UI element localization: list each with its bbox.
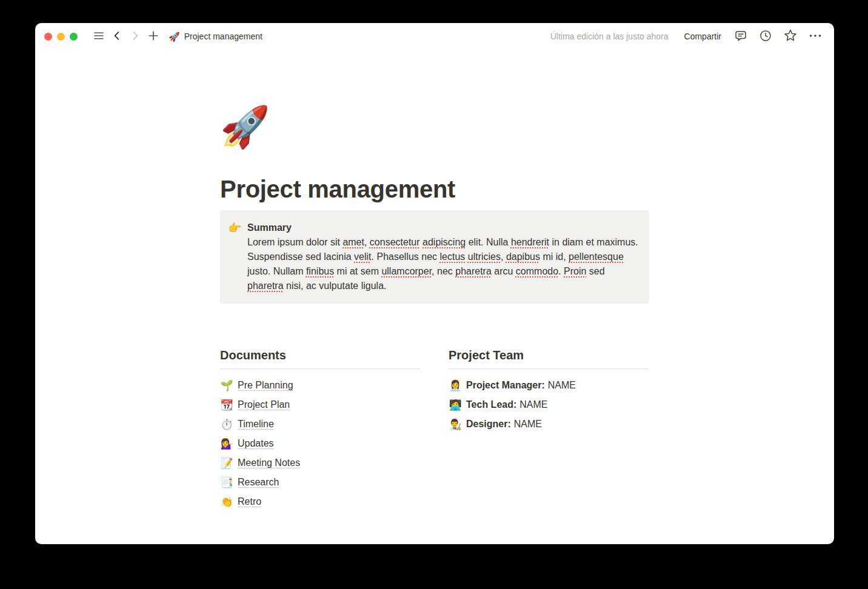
page-title[interactable]: Project management <box>220 175 649 204</box>
documents-divider <box>220 368 420 369</box>
titlebar-actions: Última edición a las justo ahora Compart… <box>550 28 823 44</box>
documents-heading: Documents <box>220 347 420 363</box>
doc-label: Research <box>238 477 279 488</box>
tab-title: Project management <box>184 32 262 41</box>
ellipsis-icon <box>808 29 823 44</box>
stopwatch-icon: ⏱️ <box>220 419 233 430</box>
person-tipping-hand-icon: 💁‍♀️ <box>220 439 233 449</box>
page-body: 🚀 Project management 👉 Summary Lorem ips… <box>220 103 649 511</box>
app-window: 🚀 Project management Última edición a la… <box>35 23 834 544</box>
forward-button[interactable] <box>127 28 143 44</box>
doc-link-meeting-notes[interactable]: 📝 Meeting Notes <box>220 453 420 473</box>
misspelled-word: hendrerit <box>511 237 549 247</box>
chevron-left-icon <box>111 30 123 44</box>
more-options-button[interactable] <box>807 28 823 44</box>
team-row-project-manager: 👩‍💼 Project Manager: NAME <box>449 376 649 395</box>
comment-bubble-icon <box>734 29 747 44</box>
misspelled-word: pharetra <box>455 266 492 276</box>
team-role: Designer: <box>466 419 511 430</box>
history-button[interactable] <box>758 28 773 44</box>
two-column-section: Documents 🌱 Pre Planning 📆 Project Plan … <box>220 347 649 511</box>
misspelled-word: pharetra <box>247 281 284 291</box>
project-team-column: Project Team 👩‍💼 Project Manager: NAME 🧑… <box>449 347 649 511</box>
artist-icon: 👨‍🎨 <box>449 419 462 430</box>
close-window-button[interactable] <box>44 33 52 41</box>
doc-label: Updates <box>238 438 274 449</box>
callout-body: Lorem ipsum dolor sit amet, consectetur … <box>247 235 639 293</box>
zoom-window-button[interactable] <box>70 33 78 41</box>
titlebar: 🚀 Project management Última edición a la… <box>35 23 834 47</box>
misspelled-word: Proin <box>564 266 586 276</box>
page-scroll-area: 🚀 Project management 👉 Summary Lorem ips… <box>35 103 834 544</box>
doc-link-updates[interactable]: 💁‍♀️ Updates <box>220 434 420 453</box>
misspelled-word: ultricies <box>468 251 501 262</box>
new-tab-button[interactable] <box>145 28 161 44</box>
team-row-tech-lead: 🧑‍💻 Tech Lead: NAME <box>449 395 649 414</box>
minimize-window-button[interactable] <box>57 33 65 41</box>
chevron-right-icon <box>129 30 141 44</box>
doc-label: Retro <box>238 496 261 507</box>
rocket-icon: 🚀 <box>169 32 180 41</box>
callout-title: Summary <box>247 221 639 235</box>
documents-column: Documents 🌱 Pre Planning 📆 Project Plan … <box>220 347 420 511</box>
team-list: 👩‍💼 Project Manager: NAME 🧑‍💻 Tech Lead:… <box>449 376 649 434</box>
doc-label: Timeline <box>238 419 274 430</box>
bookmark-tabs-icon: 📑 <box>220 478 233 488</box>
misspelled-word: pellentesque <box>569 251 624 262</box>
callout-content: Summary Lorem ipsum dolor sit amet, cons… <box>247 221 639 293</box>
team-role: Tech Lead: <box>466 399 516 410</box>
hamburger-icon <box>93 30 105 44</box>
titlebar-nav <box>91 28 161 44</box>
doc-label: Pre Planning <box>238 380 293 391</box>
clapping-hands-icon: 👏 <box>220 497 233 507</box>
summary-callout[interactable]: 👉 Summary Lorem ipsum dolor sit amet, co… <box>220 210 649 304</box>
doc-label: Project Plan <box>238 399 290 410</box>
back-button[interactable] <box>109 28 125 44</box>
misspelled-word: amet <box>342 237 364 247</box>
breadcrumb-tab[interactable]: 🚀 Project management <box>165 30 266 43</box>
team-name: NAME <box>519 399 547 410</box>
star-icon <box>784 29 797 44</box>
share-button[interactable]: Compartir <box>682 30 724 43</box>
doc-label: Meeting Notes <box>238 458 300 468</box>
doc-link-timeline[interactable]: ⏱️ Timeline <box>220 414 420 434</box>
team-name: NAME <box>548 380 576 391</box>
project-team-heading: Project Team <box>449 347 649 363</box>
project-team-divider <box>449 368 649 369</box>
pointing-finger-icon: 👉 <box>228 221 243 235</box>
doc-link-project-plan[interactable]: 📆 Project Plan <box>220 395 420 414</box>
doc-link-research[interactable]: 📑 Research <box>220 473 420 492</box>
misspelled-word: velit <box>354 251 371 262</box>
plus-icon <box>147 30 159 44</box>
clock-icon <box>759 29 772 44</box>
seedling-icon: 🌱 <box>220 381 233 391</box>
doc-link-retro[interactable]: 👏 Retro <box>220 492 420 511</box>
page-icon-rocket[interactable]: 🚀 <box>220 103 267 150</box>
doc-link-pre-planning[interactable]: 🌱 Pre Planning <box>220 376 420 395</box>
calendar-icon: 📆 <box>220 400 233 410</box>
window-controls <box>44 33 78 41</box>
team-name: NAME <box>514 419 542 430</box>
misspelled-word: dapibus <box>506 251 540 262</box>
misspelled-word: commodo <box>516 266 558 276</box>
misspelled-word: adipiscing <box>422 237 466 247</box>
technologist-icon: 🧑‍💻 <box>449 400 462 410</box>
misspelled-word: lectus <box>440 251 466 262</box>
last-edited-label: Última edición a las justo ahora <box>550 32 669 41</box>
office-worker-icon: 👩‍💼 <box>449 381 462 391</box>
misspelled-word: ullamcorper <box>381 266 432 276</box>
favorite-button[interactable] <box>783 28 798 44</box>
team-role: Project Manager: <box>466 380 545 391</box>
documents-list: 🌱 Pre Planning 📆 Project Plan ⏱️ Timelin… <box>220 376 420 511</box>
team-row-designer: 👨‍🎨 Designer: NAME <box>449 414 649 434</box>
comments-button[interactable] <box>733 28 749 44</box>
misspelled-word: consectetur <box>370 237 420 247</box>
memo-icon: 📝 <box>220 458 233 468</box>
sidebar-toggle-button[interactable] <box>91 28 107 44</box>
misspelled-word: finibus <box>306 266 334 276</box>
